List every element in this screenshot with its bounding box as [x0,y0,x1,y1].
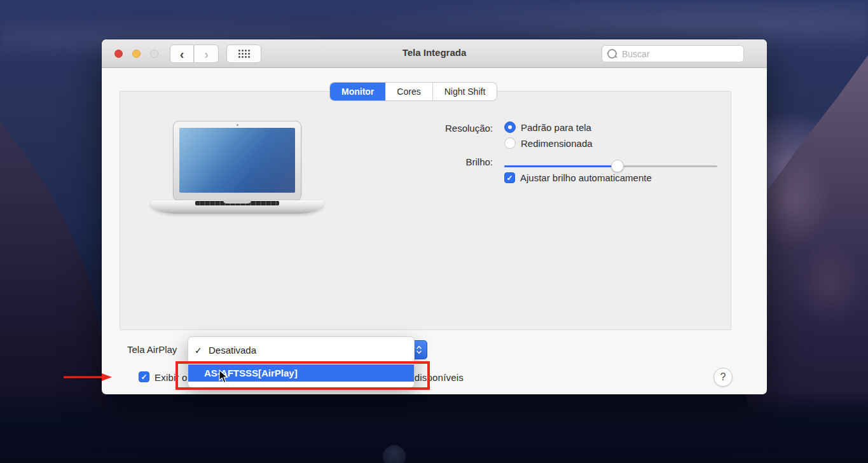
close-button[interactable] [114,50,123,58]
macbook-notch [223,200,251,204]
airplay-display-label: Tela AirPlay [127,344,177,355]
tab-bar: Monitor Cores Night Shift [330,83,497,100]
system-preferences-window: ‹ › Tela Integrada Monitor Cores Night S… [102,39,767,394]
resolution-label: Resolução: [356,123,493,134]
titlebar[interactable]: ‹ › Tela Integrada [102,39,767,68]
facecam-avatar [383,445,406,463]
macbook-camera-dot [237,124,238,126]
annotation-highlight-box [176,361,430,390]
auto-brightness-row[interactable]: ✓ Ajustar brilho automaticamente [504,172,652,183]
resolution-option-label: Padrão para tela [521,122,591,133]
chevron-right-icon: › [204,48,209,60]
radio-unselected-icon[interactable] [504,137,516,149]
mirroring-checkbox-row[interactable]: ✓ [139,371,149,382]
auto-brightness-checkbox[interactable]: ✓ [504,172,515,183]
resolution-option-scaled[interactable]: Redimensionada [504,137,593,149]
annotation-arrow [64,373,112,382]
tab-monitor[interactable]: Monitor [330,83,385,100]
macbook-screen-wallpaper [179,128,295,193]
help-button[interactable]: ? [713,368,733,387]
check-icon: ✓ [506,174,513,182]
brightness-fill [504,165,617,167]
check-icon: ✓ [195,345,209,356]
tab-night-shift[interactable]: Night Shift [433,83,497,100]
resolution-option-label: Redimensionada [521,138,593,149]
back-button[interactable]: ‹ [170,45,194,63]
menu-item-label: Desativada [209,345,256,356]
forward-button[interactable]: › [195,45,219,63]
question-mark-icon: ? [720,371,726,383]
search-icon [607,49,617,59]
mirroring-checkbox[interactable]: ✓ [139,371,149,382]
popup-chevrons-icon [416,345,422,355]
desktop: ‹ › Tela Integrada Monitor Cores Night S… [0,0,868,463]
macbook-lid [173,121,301,201]
menu-item-desativada[interactable]: ✓ Desativada [188,340,414,360]
check-icon: ✓ [141,373,147,381]
brightness-handle[interactable] [611,160,624,172]
radio-selected-icon[interactable] [504,121,516,133]
mouse-cursor [219,370,229,384]
minimize-button[interactable] [132,50,141,58]
search-input[interactable] [621,48,738,60]
macbook-base [151,200,324,214]
wallpaper-water [0,390,868,463]
auto-brightness-label: Ajustar brilho automaticamente [520,172,652,183]
show-all-button[interactable] [226,45,261,63]
grid-icon [238,50,250,58]
tab-cores[interactable]: Cores [385,83,432,100]
brightness-slider[interactable] [504,160,717,172]
zoom-button[interactable] [150,50,158,58]
search-field[interactable] [602,45,744,62]
brightness-label: Brilho: [356,156,493,167]
resolution-option-default[interactable]: Padrão para tela [504,121,591,133]
chevron-left-icon: ‹ [180,48,184,60]
